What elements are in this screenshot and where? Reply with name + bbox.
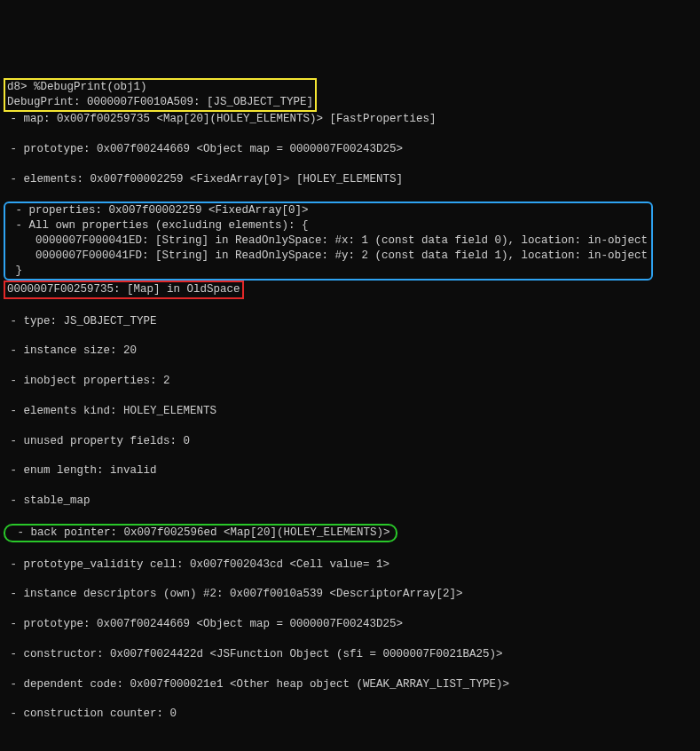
map-validity: - prototype_validity cell: 0x007f002043c… (4, 557, 696, 573)
map-inobj: - inobject properties: 2 (4, 374, 696, 389)
map-constrcnt: - construction counter: 0 (4, 707, 696, 722)
map-line: - map: 0x007f00259735 <Map[20](HOLEY_ELE… (4, 112, 696, 127)
map-elemkind: - elements kind: HOLEY_ELEMENTS (4, 404, 696, 419)
elements-line: - elements: 0x007f00002259 <FixedArray[0… (4, 172, 696, 187)
map-constructor: - constructor: 0x007f0024422d <JSFunctio… (4, 647, 696, 662)
map-unused: - unused property fields: 0 (4, 434, 696, 449)
cmd-line: d8> %DebugPrint(obj1) (7, 81, 147, 93)
map-stable: - stable_map (4, 494, 696, 509)
map-instsize: - instance size: 20 (4, 344, 696, 359)
back-pointer-obj1: - back pointer: 0x007f002596ed <Map[20](… (4, 524, 397, 542)
properties-block-obj1: - properties: 0x007f00002259 <FixedArray… (4, 202, 653, 280)
map-enumlen: - enum length: invalid (4, 463, 696, 478)
map-descriptors: - instance descriptors (own) #2: 0x007f0… (4, 587, 696, 602)
map-header-obj1: 0000007F00259735: [Map] in OldSpace (4, 281, 244, 299)
map-prototype: - prototype: 0x007f00244669 <Object map … (4, 617, 696, 632)
prototype-line: - prototype: 0x007f00244669 <Object map … (4, 142, 696, 157)
map-type: - type: JS_OBJECT_TYPE (4, 314, 696, 329)
debugprint-line: DebugPrint: 0000007F0010A509: [JS_OBJECT… (7, 96, 313, 108)
debugprint-header-obj1: d8> %DebugPrint(obj1) DebugPrint: 000000… (4, 78, 317, 112)
map-depcode: - dependent code: 0x007f000021e1 <Other … (4, 677, 696, 692)
